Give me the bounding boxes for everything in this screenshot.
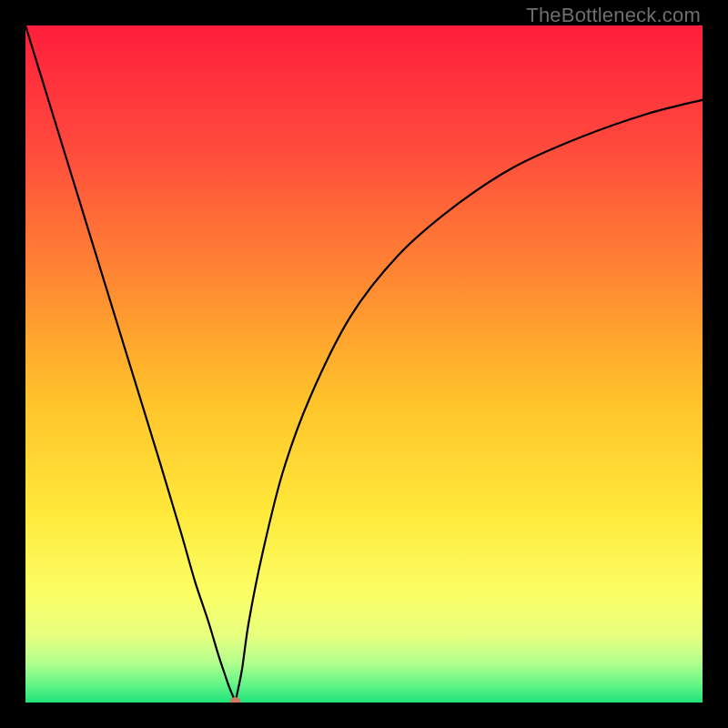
bottleneck-chart (25, 25, 703, 703)
watermark-text: TheBottleneck.com (526, 4, 701, 27)
chart-frame (25, 25, 703, 703)
chart-background (25, 25, 703, 703)
